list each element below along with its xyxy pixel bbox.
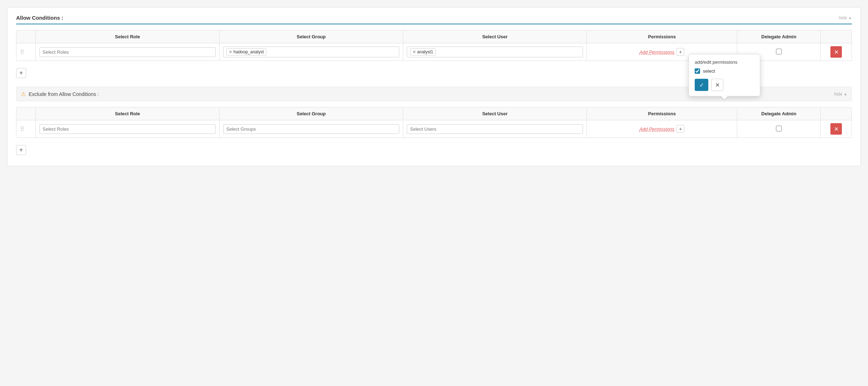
drag-col-header [16, 30, 36, 43]
popup-confirm-btn[interactable]: ✓ [695, 79, 708, 91]
allow-conditions-title: Allow Conditions : [16, 15, 63, 21]
exclude-delete-cell-1: ✕ [821, 120, 852, 138]
permissions-col-header: Permissions [587, 30, 737, 43]
popup-cancel-btn[interactable]: ✕ [711, 79, 723, 91]
exclude-conditions-hide[interactable]: hide ▲ [834, 92, 847, 97]
allow-conditions-header-row: Select Role Select Group Select User Per… [16, 30, 852, 43]
user-tag-label: analyst1 [417, 49, 433, 54]
arrow-up-icon: ▲ [848, 16, 852, 20]
exclude-arrow-up-icon: ▲ [844, 92, 847, 96]
drag-handle-cell[interactable]: ⠿ [16, 43, 36, 61]
popup-actions: ✓ ✕ [695, 79, 754, 91]
exclude-delete-col-header [821, 107, 852, 120]
role-col-header: Select Role [36, 30, 220, 43]
exclude-role-col-header: Select Role [36, 107, 220, 120]
exclude-delegate-checkbox-1[interactable] [776, 126, 782, 131]
delete-row-btn-1[interactable]: ✕ [830, 46, 842, 58]
popup-box: add/edit permissions select ✓ ✕ [689, 54, 760, 96]
popup-checkbox-label: select [703, 68, 715, 74]
popup-checkbox-row: select [695, 68, 754, 74]
popup-arrow [721, 96, 728, 100]
exclude-user-cell-1 [403, 120, 587, 138]
drag-handle-icon: ⠿ [20, 49, 24, 55]
user-tag-remove-analyst1[interactable]: ✕ [413, 50, 416, 54]
exclude-delete-row-btn-1[interactable]: ✕ [830, 123, 842, 135]
group-cell-1: ✕ hadoop_analyst [220, 43, 403, 61]
exclude-user-col-header: Select User [403, 107, 587, 120]
user-tag-input-1[interactable]: ✕ analyst1 [407, 47, 583, 57]
role-select-input-1[interactable] [39, 47, 216, 57]
group-tag-hadoop-analyst: ✕ hadoop_analyst [226, 48, 266, 56]
add-permissions-link-1[interactable]: Add Permissions [640, 49, 675, 55]
exclude-drag-handle-icon: ⠿ [20, 126, 24, 132]
exclude-delegate-cell-1 [737, 120, 820, 138]
user-col-header: Select User [403, 30, 587, 43]
popup-select-checkbox[interactable] [695, 68, 700, 74]
exclude-conditions-header-row: Select Role Select Group Select User Per… [16, 107, 852, 120]
exclude-drag-col-header [16, 107, 36, 120]
exclude-role-cell-1 [36, 120, 220, 138]
popup-title: add/edit permissions [695, 59, 754, 65]
exclude-permissions-cell-inner-1: Add Permissions + [590, 125, 733, 133]
exclude-permissions-col-header: Permissions [587, 107, 737, 120]
exclude-group-col-header: Select Group [220, 107, 403, 120]
add-exclude-conditions-row-btn[interactable]: + [16, 145, 26, 155]
allow-conditions-header: Allow Conditions : hide ▲ [16, 15, 852, 24]
exclude-group-cell-1 [220, 120, 403, 138]
exclude-user-select-input-1[interactable] [407, 124, 583, 134]
add-permissions-plus-btn-1[interactable]: + [676, 48, 684, 56]
role-cell-1 [36, 43, 220, 61]
exclude-role-select-input-1[interactable] [39, 124, 216, 134]
group-tag-label: hadoop_analyst [233, 49, 264, 54]
user-tag-analyst1: ✕ analyst1 [410, 48, 436, 56]
exclude-conditions-row-1: ⠿ Add Permissions [16, 120, 852, 138]
allow-conditions-hide[interactable]: hide ▲ [839, 15, 852, 20]
group-tag-input-1[interactable]: ✕ hadoop_analyst [223, 47, 399, 57]
delete-cell-1: ✕ [821, 43, 852, 61]
permissions-popup: add/edit permissions select ✓ ✕ [689, 54, 760, 96]
exclude-permissions-cell-1: Add Permissions + [587, 120, 737, 138]
group-col-header: Select Group [220, 30, 403, 43]
group-tag-remove-hadoop-analyst[interactable]: ✕ [229, 50, 232, 54]
exclude-add-permissions-plus-btn-1[interactable]: + [676, 125, 684, 133]
exclude-conditions-table-wrapper: Select Role Select Group Select User Per… [16, 107, 852, 138]
warning-icon: ⚠ [21, 91, 26, 97]
exclude-group-select-input-1[interactable] [223, 124, 399, 134]
exclude-delegate-col-header: Delegate Admin [737, 107, 820, 120]
user-cell-1: ✕ analyst1 [403, 43, 587, 61]
exclude-conditions-title: Exclude from Allow Conditions : [29, 91, 99, 97]
delegate-col-header: Delegate Admin [737, 30, 820, 43]
exclude-add-permissions-link-1[interactable]: Add Permissions [640, 126, 675, 132]
delete-col-header [821, 30, 852, 43]
exclude-drag-handle-cell[interactable]: ⠿ [16, 120, 36, 138]
exclude-conditions-title-wrapper: ⚠ Exclude from Allow Conditions : [21, 91, 99, 97]
add-allow-conditions-row-btn[interactable]: + [16, 68, 26, 78]
exclude-conditions-table: Select Role Select Group Select User Per… [16, 107, 852, 137]
delegate-checkbox-1[interactable] [776, 49, 782, 54]
